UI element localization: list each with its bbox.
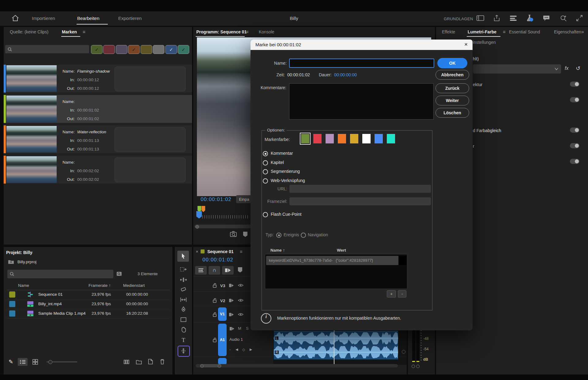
delete-trash-icon[interactable] bbox=[160, 359, 165, 364]
close-icon[interactable]: × bbox=[464, 41, 468, 48]
reset-icon[interactable]: ↺ bbox=[576, 65, 580, 72]
source-patch-icon[interactable] bbox=[229, 327, 235, 331]
fx-bypass-icon[interactable]: fx bbox=[565, 66, 568, 71]
table-cell-wert[interactable]: {"color":4281828977} bbox=[333, 256, 400, 265]
track-visibility-eye-icon[interactable] bbox=[238, 283, 243, 287]
tab-program-monitor[interactable]: Programm: Sequence 01 bbox=[196, 29, 247, 34]
new-bin-icon[interactable] bbox=[136, 359, 142, 364]
marker-comment-box[interactable] bbox=[115, 127, 186, 152]
filter-chip-green[interactable]: ✓ bbox=[91, 45, 103, 54]
radio-segmentierung[interactable] bbox=[263, 169, 268, 174]
prev-keyframe-icon[interactable]: ◀ bbox=[236, 348, 238, 352]
mute-button[interactable]: M bbox=[238, 326, 241, 331]
volume-rubber-band[interactable] bbox=[274, 352, 398, 352]
filter-chip-teal[interactable]: ✓ bbox=[178, 45, 189, 54]
audio-clip[interactable]: L R bbox=[274, 331, 398, 359]
marker-flag-blue-icon[interactable] bbox=[196, 211, 202, 218]
timeline-zoom-scrollbar[interactable] bbox=[196, 364, 398, 367]
table-cell-name[interactable]: keywordExtDVAv1_6738c778-7a5d- bbox=[266, 256, 334, 265]
ripple-edit-tool[interactable] bbox=[180, 276, 187, 283]
meter-solo-left[interactable] bbox=[412, 365, 415, 368]
folder-up-icon[interactable] bbox=[8, 259, 14, 264]
panel-menu-icon[interactable]: ≡ bbox=[503, 29, 506, 34]
audio-track-name[interactable]: Audio 1 bbox=[229, 337, 243, 342]
marker-color-blue[interactable] bbox=[375, 134, 383, 143]
panel-menu-icon[interactable]: ≡ bbox=[246, 29, 249, 34]
project-row-media[interactable]: Sample Media Clip 1.mp4 23,976 fps 16:20… bbox=[7, 309, 170, 318]
search-sparkle-icon[interactable] bbox=[560, 15, 567, 21]
meter-solo-right[interactable] bbox=[416, 365, 420, 368]
panel-menu-icon[interactable]: ≡ bbox=[30, 250, 33, 255]
project-search-input[interactable] bbox=[7, 270, 113, 278]
close-tab-icon[interactable]: × bbox=[196, 249, 198, 254]
add-keyframe-icon[interactable]: ◇ bbox=[242, 348, 245, 352]
marker-color-white[interactable] bbox=[362, 134, 371, 143]
marker-comment-box[interactable] bbox=[115, 158, 186, 182]
program-timecode[interactable]: 00:00:01:02 bbox=[201, 196, 232, 203]
next-marker-button[interactable]: Weiter bbox=[435, 96, 469, 105]
source-patch-icon[interactable] bbox=[229, 283, 234, 287]
radio-flash-cue-point[interactable] bbox=[263, 212, 268, 217]
radio-ereignis[interactable] bbox=[276, 233, 281, 238]
feedback-icon[interactable] bbox=[543, 15, 550, 21]
sequence-settings-button[interactable] bbox=[195, 266, 207, 275]
zoom-handle-right[interactable] bbox=[218, 364, 221, 368]
zoom-scrollbar-thumb[interactable] bbox=[200, 364, 221, 367]
lock-icon[interactable] bbox=[213, 338, 217, 342]
track-select-tool[interactable] bbox=[180, 266, 187, 273]
add-row-button[interactable]: + bbox=[387, 290, 396, 298]
timeline-timecode[interactable]: 00:00:01:02 bbox=[202, 257, 233, 263]
marker-color-green[interactable] bbox=[301, 134, 309, 143]
quick-export-icon[interactable] bbox=[509, 15, 517, 21]
label-color-chip[interactable] bbox=[9, 310, 15, 317]
program-scrollbar[interactable] bbox=[194, 225, 251, 228]
mini-timeline-ruler[interactable] bbox=[202, 215, 249, 218]
add-marker-icon[interactable] bbox=[243, 232, 247, 237]
filter-chip-yellow[interactable] bbox=[141, 45, 152, 54]
source-patch-icon[interactable] bbox=[229, 298, 234, 302]
scrollbar-handle[interactable] bbox=[195, 225, 199, 229]
selection-tool[interactable] bbox=[180, 253, 187, 260]
lock-icon[interactable] bbox=[213, 283, 217, 288]
new-item-icon[interactable] bbox=[148, 359, 153, 364]
track-a1-target-badge[interactable]: A1 bbox=[218, 324, 227, 356]
fullscreen-icon[interactable] bbox=[576, 15, 583, 21]
export-frame-icon[interactable] bbox=[230, 231, 238, 238]
slider-handle[interactable] bbox=[48, 360, 52, 364]
tab-overflow-icon[interactable]: » bbox=[581, 29, 584, 35]
marker-color-orange[interactable] bbox=[338, 134, 346, 143]
pen-tool[interactable] bbox=[180, 306, 187, 313]
filter-chip-orange[interactable]: ✓ bbox=[128, 45, 140, 54]
marker-color-mauve[interactable] bbox=[326, 134, 334, 143]
tab-effekte[interactable]: Effekte bbox=[442, 29, 455, 34]
linked-selection-button[interactable] bbox=[222, 266, 234, 275]
solo-button[interactable]: S bbox=[246, 326, 249, 331]
slip-tool[interactable] bbox=[180, 296, 187, 303]
snap-magnet-button[interactable]: ∩ bbox=[209, 266, 220, 275]
next-keyframe-icon[interactable]: ▶ bbox=[250, 348, 252, 352]
workspaces-icon[interactable] bbox=[477, 15, 484, 21]
tab-sequence[interactable]: Sequence 01 bbox=[207, 249, 234, 254]
filter-chip-gray[interactable] bbox=[153, 45, 164, 54]
dauer-value[interactable]: 00:00:00:00 bbox=[334, 72, 357, 77]
track-v1-target-badge[interactable]: V1 bbox=[218, 307, 227, 321]
marker-item[interactable]: Name: In: 00:00:02:02 Out: 00:00:02:02 bbox=[4, 156, 192, 184]
remap-tool[interactable] bbox=[180, 348, 187, 354]
table-col-name[interactable]: Name ↑ bbox=[270, 248, 285, 253]
dialog-titlebar[interactable]: Marke bei 00:00:01:02 × bbox=[251, 40, 473, 50]
column-header-framerate[interactable]: Framerate ↑ bbox=[89, 283, 111, 288]
workspace-label[interactable]: GRUNDLAGEN bbox=[444, 17, 473, 21]
fit-zoom-select[interactable]: Einpa bbox=[236, 195, 252, 203]
marker-item[interactable]: Name: Water-reflection In: 00:00:01:13 O… bbox=[4, 125, 192, 153]
filter-chip-purple[interactable] bbox=[116, 45, 127, 54]
keyframe-record-icon[interactable]: ◦ bbox=[229, 348, 231, 352]
track-visibility-eye-icon[interactable] bbox=[238, 313, 243, 316]
rectangle-tool[interactable] bbox=[180, 316, 187, 323]
hand-tool[interactable] bbox=[180, 326, 187, 333]
previous-marker-button[interactable]: Zurück bbox=[435, 83, 469, 93]
tab-marken[interactable]: Marken bbox=[62, 29, 77, 34]
filter-chip-blue[interactable]: ✓ bbox=[165, 45, 177, 54]
filter-chip-red[interactable] bbox=[103, 45, 115, 54]
table-col-wert[interactable]: Wert bbox=[337, 248, 346, 253]
track-visibility-eye-icon[interactable] bbox=[238, 298, 243, 302]
